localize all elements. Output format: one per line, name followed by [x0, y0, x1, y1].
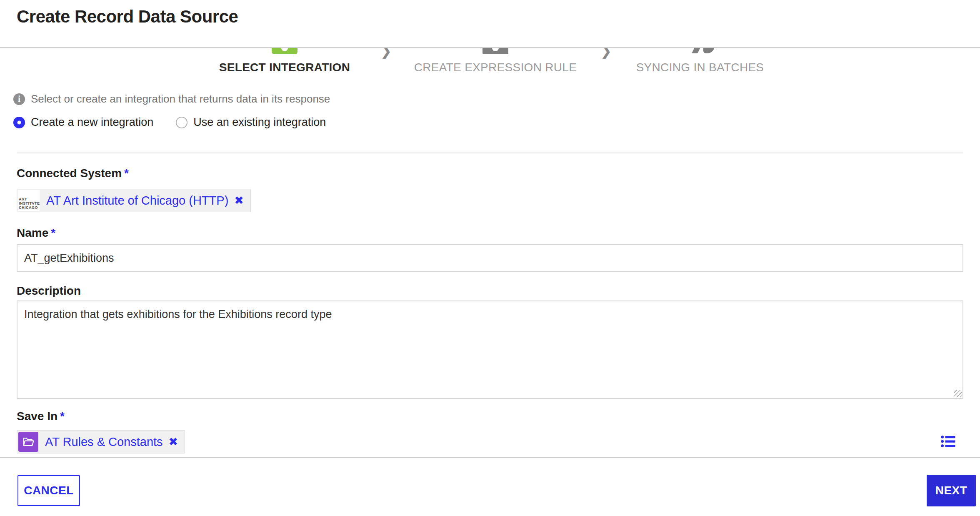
required-asterisk: * [124, 167, 129, 180]
radio-use-existing-integration[interactable]: Use an existing integration [176, 116, 326, 129]
connected-system-tag: ART INSTITVTE CHICAGO AT Art Institute o… [17, 189, 251, 212]
list-icon[interactable] [941, 435, 956, 448]
section-divider [17, 153, 963, 153]
cancel-button[interactable]: CANCEL [18, 475, 80, 506]
save-in-tag: AT Rules & Constants ✖ [17, 430, 185, 453]
info-icon: i [13, 93, 25, 105]
radio-unselected-icon[interactable] [176, 117, 188, 128]
dialog-header: Create Record Data Source [0, 0, 980, 48]
page-title: Create Record Data Source [17, 7, 238, 27]
remove-save-in-icon[interactable]: ✖ [169, 435, 178, 448]
required-asterisk: * [60, 410, 65, 423]
radio-label: Create a new integration [31, 116, 153, 129]
connected-system-link[interactable]: AT Art Institute of Chicago (HTTP) [40, 194, 234, 208]
save-in-link[interactable]: AT Rules & Constants [38, 435, 169, 449]
step-create-expression-rule: CREATE EXPRESSION RULE [414, 61, 577, 74]
description-label: Description [17, 284, 81, 298]
art-institute-logo: ART INSTITVTE CHICAGO [18, 190, 40, 211]
required-asterisk: * [51, 226, 55, 239]
save-in-label: Save In* [17, 410, 65, 423]
footer-divider [0, 457, 980, 458]
step-select-integration: SELECT INTEGRATION [219, 61, 350, 74]
textarea-resize-handle[interactable] [954, 390, 962, 397]
folder-icon [18, 432, 38, 452]
radio-create-new-integration[interactable]: Create a new integration [13, 116, 153, 129]
instruction-text: Select or create an integration that ret… [31, 93, 330, 105]
name-input[interactable] [17, 244, 963, 272]
next-button[interactable]: NEXT [927, 475, 976, 506]
instruction-row: i Select or create an integration that r… [13, 93, 330, 105]
connected-system-label: Connected System* [17, 167, 129, 180]
description-textarea[interactable]: Integration that gets exhibitions for th… [17, 301, 963, 399]
integration-choice-group: Create a new integration Use an existing… [13, 116, 326, 129]
radio-selected-icon[interactable] [13, 117, 25, 128]
radio-label: Use an existing integration [193, 116, 326, 129]
name-label: Name* [17, 226, 55, 240]
step-syncing-in-batches: SYNCING IN BATCHES [636, 61, 764, 74]
remove-connected-system-icon[interactable]: ✖ [234, 194, 244, 207]
